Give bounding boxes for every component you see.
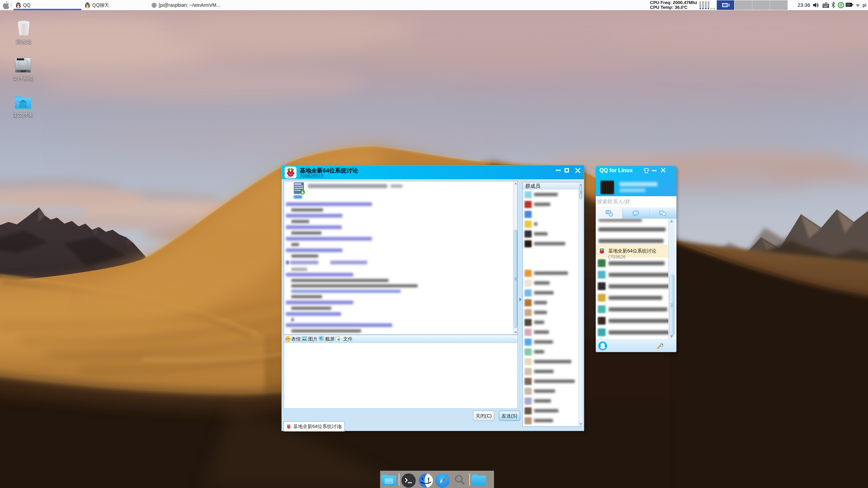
svg-text:RASPBERRY: RASPBERRY [287,177,295,178]
